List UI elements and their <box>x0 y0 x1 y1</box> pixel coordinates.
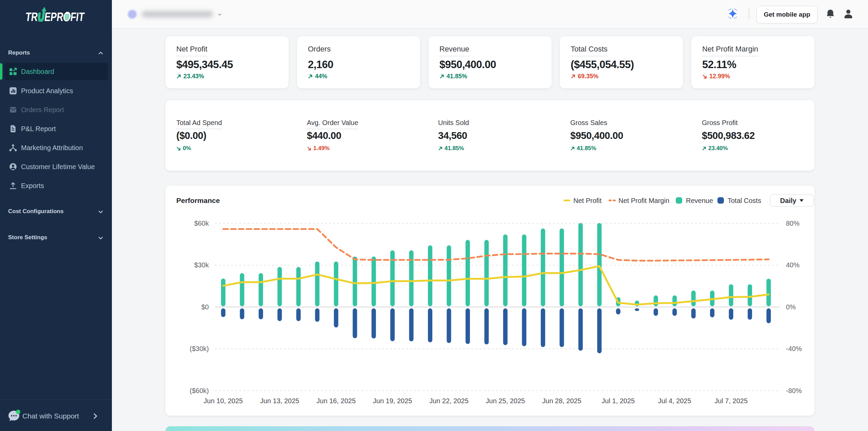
svg-text:Jul 7, 2025: Jul 7, 2025 <box>714 397 748 405</box>
svg-text:Jun 28, 2025: Jun 28, 2025 <box>542 397 581 405</box>
svg-text:Jul 4, 2025: Jul 4, 2025 <box>658 397 691 405</box>
svg-text:Jun 10, 2025: Jun 10, 2025 <box>204 397 243 405</box>
svg-text:TR: TR <box>25 10 39 22</box>
svg-text:($30k): ($30k) <box>190 345 209 352</box>
svg-text:$60k: $60k <box>194 220 209 227</box>
svg-text:Jul 1, 2025: Jul 1, 2025 <box>601 397 635 405</box>
svg-text:Jun 13, 2025: Jun 13, 2025 <box>260 397 299 405</box>
svg-text:Jun 16, 2025: Jun 16, 2025 <box>316 397 356 405</box>
svg-text:Jun 19, 2025: Jun 19, 2025 <box>373 397 412 405</box>
svg-text:80%: 80% <box>786 220 800 227</box>
svg-text:Jun 25, 2025: Jun 25, 2025 <box>486 397 525 405</box>
svg-text:40%: 40% <box>786 261 800 269</box>
svg-text:$0: $0 <box>201 303 209 311</box>
svg-text:0%: 0% <box>786 303 796 311</box>
svg-text:($60k): ($60k) <box>190 387 209 394</box>
svg-text:$30k: $30k <box>194 261 209 269</box>
svg-text:Jun 22, 2025: Jun 22, 2025 <box>429 397 469 405</box>
svg-text:-80%: -80% <box>786 387 802 394</box>
svg-text:FIT: FIT <box>70 10 85 22</box>
svg-text:EPR: EPR <box>44 10 64 22</box>
svg-text:-40%: -40% <box>786 345 802 352</box>
